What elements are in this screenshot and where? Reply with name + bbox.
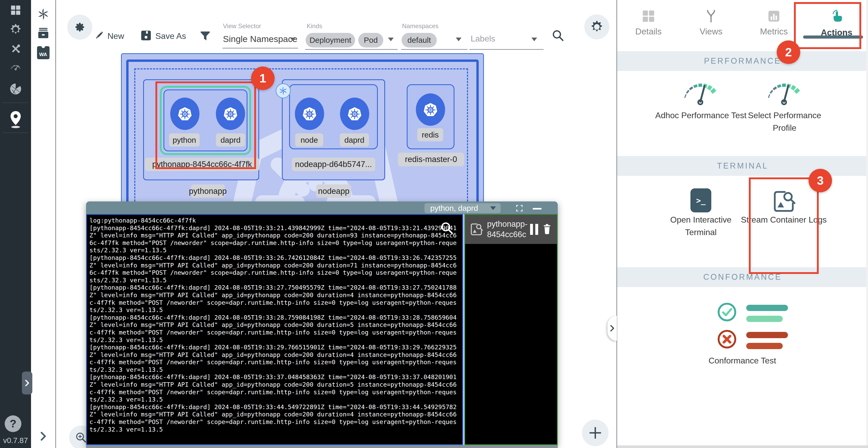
- save-as-button[interactable]: Save As: [155, 31, 186, 41]
- views-split-icon: [704, 9, 718, 23]
- version-label: v0.7.87: [0, 436, 31, 445]
- terminal-fullscreen-icon[interactable]: [514, 204, 525, 213]
- webassembly-icon[interactable]: WA: [31, 44, 55, 61]
- conformance-pie-icon[interactable]: [0, 80, 31, 98]
- conformance-fail-icon[interactable]: [716, 329, 737, 350]
- horizontal-scrollbar-track[interactable]: [617, 445, 868, 448]
- dashboard-icon[interactable]: [0, 1, 31, 19]
- add-button[interactable]: [582, 420, 609, 446]
- search-icon[interactable]: [551, 28, 565, 43]
- container-daprd-node[interactable]: [340, 97, 369, 130]
- kinds-label: Kinds: [307, 23, 322, 30]
- rail-divider: [3, 132, 28, 133]
- tab-views[interactable]: Views: [680, 0, 742, 50]
- log-search-icon[interactable]: [440, 221, 454, 235]
- delete-stream-icon[interactable]: [541, 223, 553, 236]
- view-selector-caret-icon[interactable]: [290, 37, 296, 41]
- log-output[interactable]: log:pythonapp-8454cc66c-4f7fk[pythonapp-…: [86, 214, 463, 445]
- log-line: [pythonapp-8454cc66c-4f7fk:daprd] 2024-0…: [89, 314, 460, 344]
- help-icon: ?: [10, 417, 17, 430]
- log-stream-item[interactable]: pythonapp- 8454cc66c: [465, 215, 557, 244]
- kind-chip-pod[interactable]: Pod: [358, 33, 383, 48]
- view-selector-value[interactable]: Single Namespace: [223, 34, 297, 44]
- dapr-swirl-logo-icon[interactable]: [31, 6, 55, 23]
- labels-caret-icon[interactable]: [531, 37, 537, 41]
- conformance-check-icon[interactable]: [716, 302, 737, 323]
- conformance-fail-bar-light: [746, 343, 783, 349]
- app-window: ? v0.7.87 WA New Save As View Selector S…: [0, 0, 868, 448]
- adhoc-performance-test-button[interactable]: [677, 76, 724, 106]
- kinds-caret-icon[interactable]: [388, 37, 394, 41]
- metrics-chart-icon: [767, 9, 781, 23]
- conformance-test-label[interactable]: Conformance Test: [695, 354, 789, 367]
- filter-funnel-icon[interactable]: [199, 29, 212, 44]
- section-header-conformance: CONFORMANCE: [617, 267, 868, 287]
- container-redis[interactable]: [416, 93, 445, 126]
- log-line: [pythonapp-8454cc66c-4f7fk:daprd] 2024-0…: [89, 404, 460, 433]
- annotation-badge-1: 1: [251, 66, 275, 90]
- container-label: node: [295, 133, 323, 147]
- pod-name-label: nodeapp-d64b5747...: [292, 158, 375, 171]
- panel-collapse-chevron-icon[interactable]: [31, 428, 55, 445]
- save-icon[interactable]: [140, 30, 152, 41]
- performance-gauge-icon[interactable]: [0, 58, 31, 76]
- open-terminal-icon[interactable]: >_: [690, 188, 711, 212]
- tab-details[interactable]: Details: [617, 0, 680, 50]
- log-line: [pythonapp-8454cc66c-4f7fk:daprd] 2024-0…: [89, 225, 460, 254]
- pod-name-label: redis-master-0: [398, 153, 464, 166]
- annotation-badge-2: 2: [777, 40, 800, 64]
- deployment-name-label: pythonapp: [191, 184, 225, 198]
- stream-name-line1: pythonapp-: [487, 219, 530, 229]
- zoom-in-icon: [74, 431, 88, 444]
- adhoc-performance-test-label[interactable]: Adhoc Performance Test: [654, 109, 748, 122]
- tools-icon[interactable]: [0, 40, 31, 58]
- selector-caret-icon: [490, 206, 496, 210]
- prompt-glyph: >_: [696, 196, 706, 205]
- app-logo-button[interactable]: [67, 14, 92, 40]
- gauge-icon: [677, 76, 724, 106]
- select-performance-profile-button[interactable]: [761, 76, 808, 106]
- kind-chip-deployment[interactable]: Deployment: [306, 33, 355, 48]
- annotation-badge-3: 3: [809, 169, 832, 192]
- labels-input[interactable]: Labels: [471, 34, 495, 43]
- container-selector-dropdown[interactable]: python, daprd: [425, 203, 501, 213]
- open-interactive-terminal-label[interactable]: Open Interactive Terminal: [658, 213, 744, 238]
- gear-icon: [590, 20, 604, 34]
- view-selector-label: View Selector: [223, 23, 261, 30]
- settings-gear-button[interactable]: [584, 14, 609, 39]
- rail-divider: [3, 102, 28, 103]
- panel-expand-chevron[interactable]: [608, 316, 617, 341]
- mesh-flower-icon: [73, 20, 87, 34]
- stream-name-line2: 8454cc66c: [487, 229, 530, 240]
- kinds-underline: [305, 49, 398, 50]
- container-label: redis: [417, 128, 443, 142]
- log-line: [pythonapp-8454cc66c-4f7fk:daprd] 2024-0…: [89, 284, 460, 313]
- scrollbar-track[interactable]: [866, 0, 868, 448]
- log-line: [pythonapp-8454cc66c-4f7fk:daprd] 2024-0…: [89, 344, 460, 374]
- pencil-icon[interactable]: [93, 30, 105, 41]
- pause-stream-icon[interactable]: [530, 224, 538, 235]
- namespace-chip-default[interactable]: default: [402, 33, 437, 48]
- terminal-minimize-icon[interactable]: [533, 208, 541, 210]
- log-line: log:pythonapp-8454cc66c-4f7fk: [89, 217, 460, 225]
- plus-icon: [588, 426, 602, 440]
- help-button[interactable]: ?: [5, 415, 21, 432]
- terminal-bottom-edge: [86, 445, 558, 448]
- settings-gears-icon[interactable]: [0, 20, 31, 39]
- kubernetes-icon: [422, 101, 439, 118]
- new-button[interactable]: New: [107, 31, 124, 41]
- conformance-pass-bar: [746, 305, 788, 311]
- container-node[interactable]: [295, 97, 324, 130]
- deployment-name-label: nodeapp: [316, 184, 351, 198]
- dapr-badge-icon: [276, 83, 291, 98]
- namespaces-caret-icon[interactable]: [456, 37, 462, 41]
- select-performance-profile-label[interactable]: Select Performance Profile: [738, 109, 832, 134]
- location-pin-icon[interactable]: [0, 108, 31, 131]
- wasm-label: WA: [39, 52, 47, 59]
- section-header-performance: PERFORMANCE: [617, 51, 868, 71]
- sidebar-expand-handle[interactable]: [22, 371, 32, 394]
- log-line: [pythonapp-8454cc66c-4f7fk:daprd] 2024-0…: [89, 374, 460, 403]
- container-selector-value: python, daprd: [430, 204, 490, 213]
- view-selector-underline: [222, 48, 298, 49]
- archive-components-icon[interactable]: [31, 25, 55, 42]
